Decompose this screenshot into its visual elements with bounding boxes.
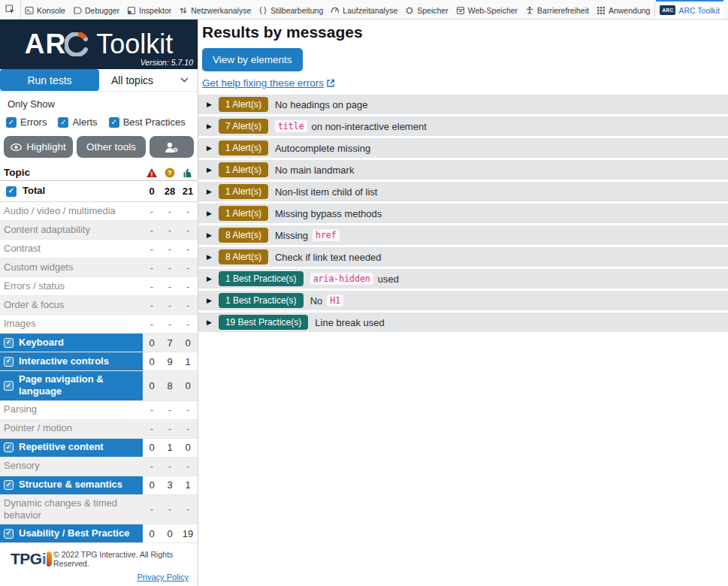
get-help-link[interactable]: Get help fixing these errors	[202, 77, 335, 89]
topic-label: Keyboard	[19, 337, 64, 349]
topic-row[interactable]: Parsing - - -	[0, 401, 198, 420]
alerts-count: -	[161, 315, 179, 333]
topic-row[interactable]: Order & focus - - -	[0, 296, 198, 315]
best-count: -	[179, 458, 197, 476]
topic-table-header: Topic ! ?	[0, 165, 198, 181]
expand-arrow-icon[interactable]: ▶	[207, 144, 212, 152]
alerts-count: 1	[161, 439, 179, 457]
topic-row-structure-semantics[interactable]: ✓Structure & semantics 0 3 1	[0, 476, 198, 495]
errors-count: -	[143, 240, 161, 258]
tab-memory[interactable]: Speicher	[401, 0, 452, 19]
filter-alerts[interactable]: ✓ Alerts	[58, 116, 97, 128]
best-count: -	[179, 202, 197, 220]
expand-arrow-icon[interactable]: ▶	[207, 188, 212, 195]
message-row[interactable]: ▶ 1 Alert(s) No headings on page	[198, 95, 728, 114]
message-row[interactable]: ▶ 1 Alert(s) Non-list item child of list	[198, 182, 728, 201]
alerts-column-icon: ?	[161, 168, 179, 178]
tab-label: Laufzeitanalyse	[343, 6, 397, 15]
tab-debugger[interactable]: Debugger	[69, 0, 123, 19]
alert-badge: 7 Alert(s)	[219, 119, 268, 134]
expand-arrow-icon[interactable]: ▶	[207, 253, 212, 261]
message-text-part: Missing bypass methods	[275, 208, 382, 219]
alerts-count: -	[161, 202, 179, 220]
svg-text:!: !	[151, 170, 153, 177]
errors-count: 0	[143, 524, 161, 542]
expand-arrow-icon[interactable]: ▶	[207, 122, 212, 130]
best-count: 0	[179, 371, 197, 400]
tab-arc-toolkit[interactable]: ARC ARC Toolkit	[656, 0, 723, 19]
topic-row[interactable]: Pointer / motion - - -	[0, 420, 198, 439]
topic-label: Usability / Best Practice	[19, 527, 129, 539]
topic-row[interactable]: Errors / status - - -	[0, 277, 198, 296]
checkbox-checked-icon: ✓	[4, 338, 14, 348]
message-row[interactable]: ▶ 1 Alert(s) No main landmark	[198, 160, 728, 180]
alerts-count: -	[161, 258, 179, 276]
message-row[interactable]: ▶ 1 Best Practice(s) No H1	[198, 291, 728, 310]
message-text-part: No main landmark	[275, 165, 355, 176]
topic-row[interactable]: Sensory - - -	[0, 458, 198, 476]
message-row[interactable]: ▶ 7 Alert(s) title on non-interactive el…	[198, 116, 728, 136]
filter-best-practices[interactable]: ✓ Best Practices	[109, 116, 186, 128]
topic-row-page-navigation[interactable]: ✓Page navigation & language 0 8 0	[0, 371, 198, 401]
sidebar: AR Toolkit Version: 5.7.10 Run tests All…	[0, 20, 198, 586]
message-text: No main landmark	[275, 165, 355, 176]
expand-arrow-icon[interactable]: ▶	[207, 319, 212, 326]
expand-arrow-icon[interactable]: ▶	[207, 210, 212, 217]
best-count: -	[179, 277, 197, 295]
topic-row-interactive-controls[interactable]: ✓Interactive controls 0 9 1	[0, 352, 198, 371]
best-count: 1	[179, 476, 197, 494]
message-row[interactable]: ▶ 19 Best Practice(s) Line break used	[198, 313, 728, 332]
topic-row[interactable]: Audio / video / multimedia - - -	[0, 202, 198, 221]
braces-icon	[258, 6, 267, 15]
topic-row[interactable]: Images - - -	[0, 315, 198, 334]
message-row[interactable]: ▶ 1 Alert(s) Autocomplete missing	[198, 138, 728, 158]
checkbox-checked-icon: ✓	[109, 117, 119, 128]
filter-errors[interactable]: ✓ Errors	[6, 116, 47, 128]
code-chip: H1	[327, 295, 343, 307]
errors-count: -	[143, 401, 161, 419]
tab-inspector[interactable]: Inspektor	[123, 0, 175, 19]
expand-arrow-icon[interactable]: ▶	[207, 297, 212, 304]
view-by-elements-button[interactable]: View by elements	[202, 48, 303, 71]
message-text: Line break used	[315, 317, 385, 328]
alerts-count: -	[161, 458, 179, 476]
sidebar-footer: TPGi © 2022 TPG Interactive. All Rights …	[0, 545, 198, 586]
expand-arrow-icon[interactable]: ▶	[207, 275, 212, 282]
highlight-button[interactable]: Highlight	[4, 136, 73, 158]
topic-row-total[interactable]: ✓ Total 0 28 21	[0, 181, 198, 202]
topic-row[interactable]: Custom widgets - - -	[0, 258, 198, 277]
tab-application[interactable]: Anwendung	[593, 0, 654, 19]
privacy-policy-link[interactable]: Privacy Policy	[137, 572, 189, 581]
topic-row-repetitive-content[interactable]: ✓Repetitive content 0 1 0	[0, 439, 198, 458]
message-text-part: on non-interactive element	[312, 121, 427, 132]
tab-storage[interactable]: Web-Speicher	[452, 0, 521, 19]
tab-network[interactable]: Netzwerkanalyse	[175, 0, 255, 19]
user-settings-button[interactable]	[150, 136, 194, 158]
filter-label: Best Practices	[123, 116, 186, 128]
message-row[interactable]: ▶ 8 Alert(s) Check if link text needed	[198, 247, 728, 267]
tpgi-logo-text: TPGi	[11, 550, 46, 568]
pick-element-button[interactable]	[0, 0, 21, 19]
topic-row-usability[interactable]: ✓Usability / Best Practice 0 0 19	[0, 524, 198, 543]
topic-row[interactable]: Content adaptability - - -	[0, 221, 198, 240]
topic-row[interactable]: Contrast - - -	[0, 240, 198, 258]
topic-row[interactable]: Dynamic changes & timed behavior - - -	[0, 495, 198, 525]
expand-arrow-icon[interactable]: ▶	[207, 101, 212, 108]
message-row[interactable]: ▶ 8 Alert(s) Missing href	[198, 225, 728, 245]
tab-style-editor[interactable]: Stilbearbeitung	[255, 0, 327, 19]
tab-accessibility[interactable]: Barrierefreiheit	[521, 0, 593, 19]
errors-count: -	[143, 277, 161, 295]
other-tools-button[interactable]: Other tools	[77, 136, 146, 158]
run-tests-button[interactable]: Run tests	[0, 69, 99, 91]
tab-label: Netzwerkanalyse	[191, 6, 251, 15]
topic-row-keyboard[interactable]: ✓Keyboard 0 7 0	[0, 334, 198, 352]
expand-arrow-icon[interactable]: ▶	[207, 231, 212, 239]
message-row[interactable]: ▶ 1 Alert(s) Missing bypass methods	[198, 204, 728, 223]
tab-performance[interactable]: Laufzeitanalyse	[327, 0, 401, 19]
message-row[interactable]: ▶ 1 Best Practice(s) aria-hidden used	[198, 269, 728, 288]
tab-console[interactable]: Konsole	[21, 0, 69, 19]
alert-badge: 8 Alert(s)	[219, 228, 268, 243]
expand-arrow-icon[interactable]: ▶	[207, 166, 212, 174]
topics-select[interactable]: All topics	[99, 69, 198, 91]
alerts-count: -	[161, 401, 179, 419]
